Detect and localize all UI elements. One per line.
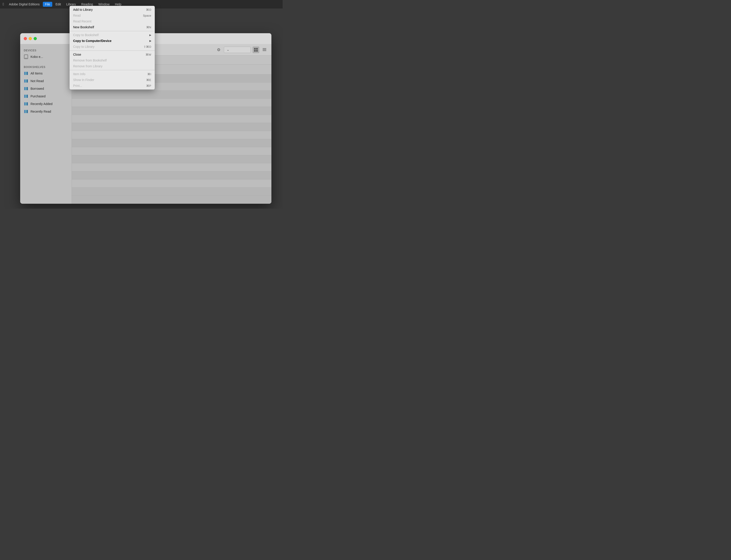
menu-item-copy-to-library[interactable]: Copy to Library ⇧⌘O bbox=[70, 44, 155, 50]
menu-item-item-info[interactable]: Item Info ⌘I bbox=[70, 71, 155, 77]
table-row bbox=[72, 171, 272, 179]
new-bookshelf-shortcut: ⌘N bbox=[146, 26, 151, 29]
devices-section-label: Devices bbox=[20, 48, 72, 53]
borrowed-label: Borrowed bbox=[31, 87, 44, 90]
svg-rect-9 bbox=[26, 87, 26, 90]
svg-rect-8 bbox=[24, 87, 25, 90]
svg-rect-20 bbox=[254, 48, 256, 50]
table-row bbox=[72, 163, 272, 171]
svg-rect-3 bbox=[26, 72, 26, 75]
borrowed-icon bbox=[24, 86, 28, 91]
svg-rect-16 bbox=[27, 102, 28, 105]
kobo-device-icon bbox=[24, 55, 28, 59]
bookshelves-section: Bookshelves All Items bbox=[20, 64, 72, 115]
menu-item-remove-from-library[interactable]: Remove from Library bbox=[70, 63, 155, 69]
sidebar-item-borrowed[interactable]: Borrowed bbox=[20, 85, 72, 92]
close-button[interactable] bbox=[24, 37, 27, 40]
menu-file[interactable]: File bbox=[43, 2, 53, 7]
table-row bbox=[72, 139, 272, 147]
recently-read-label: Recently Read bbox=[31, 110, 51, 113]
menu-app-name[interactable]: Adobe Digital Editions bbox=[7, 2, 42, 7]
menu-item-read[interactable]: Read Space bbox=[70, 13, 155, 18]
remove-from-bookshelf-label: Remove from Bookshelf bbox=[73, 59, 147, 62]
apple-logo-icon:  bbox=[3, 2, 4, 6]
show-in-finder-label: Show In Finder bbox=[73, 78, 142, 82]
svg-rect-5 bbox=[24, 79, 25, 83]
recently-added-label: Recently Added bbox=[31, 102, 53, 106]
print-label: Print... bbox=[73, 84, 142, 87]
item-info-shortcut: ⌘I bbox=[147, 72, 151, 76]
recently-added-icon bbox=[24, 102, 28, 106]
add-to-library-label: Add to Library bbox=[73, 8, 142, 11]
copy-to-computer-arrow: ▶ bbox=[149, 39, 151, 42]
list-view-button[interactable] bbox=[261, 46, 268, 53]
maximize-button[interactable] bbox=[34, 37, 37, 40]
table-row bbox=[72, 131, 272, 139]
add-to-library-shortcut: ⌘O bbox=[146, 8, 151, 11]
menu-item-copy-to-bookshelf[interactable]: Copy to Bookshelf ▶ bbox=[70, 32, 155, 38]
content-area bbox=[72, 74, 272, 204]
svg-rect-26 bbox=[263, 50, 266, 51]
table-row bbox=[72, 107, 272, 115]
menu-edit[interactable]: Edit bbox=[53, 2, 63, 7]
sort-dropdown[interactable]: ⌄ bbox=[224, 47, 251, 53]
menu-item-new-bookshelf[interactable]: New Bookshelf ⌘N bbox=[70, 24, 155, 30]
svg-rect-24 bbox=[263, 48, 266, 49]
svg-rect-10 bbox=[27, 87, 28, 90]
svg-rect-6 bbox=[26, 79, 26, 83]
svg-rect-13 bbox=[27, 95, 28, 98]
close-shortcut: ⌘W bbox=[146, 53, 151, 56]
purchased-label: Purchased bbox=[31, 94, 46, 98]
sidebar-item-purchased[interactable]: Purchased bbox=[20, 92, 72, 100]
svg-rect-18 bbox=[26, 110, 26, 113]
not-read-label: Not Read bbox=[31, 79, 44, 83]
svg-rect-17 bbox=[24, 110, 25, 113]
item-info-label: Item Info bbox=[73, 72, 143, 76]
sidebar-item-not-read[interactable]: Not Read bbox=[20, 77, 72, 85]
read-shortcut: Space bbox=[143, 14, 151, 17]
remove-from-library-label: Remove from Library bbox=[73, 64, 147, 68]
menu-item-read-recent[interactable]: Read Recent bbox=[70, 18, 155, 24]
table-row bbox=[72, 99, 272, 107]
svg-rect-7 bbox=[27, 79, 28, 83]
svg-rect-14 bbox=[24, 102, 25, 105]
copy-to-bookshelf-label: Copy to Bookshelf bbox=[73, 33, 149, 37]
menu-item-print[interactable]: Print... ⌘P bbox=[70, 83, 155, 89]
file-dropdown-menu: Add to Library ⌘O Read Space Read Recent… bbox=[70, 6, 155, 90]
svg-rect-15 bbox=[26, 102, 26, 105]
grid-view-button[interactable] bbox=[253, 46, 259, 53]
svg-rect-2 bbox=[24, 72, 25, 75]
table-row bbox=[72, 155, 272, 163]
menu-item-remove-from-bookshelf[interactable]: Remove from Bookshelf bbox=[70, 57, 155, 63]
svg-rect-23 bbox=[256, 50, 258, 52]
svg-rect-21 bbox=[256, 48, 258, 50]
sort-chevron-icon: ⌄ bbox=[227, 48, 229, 51]
recently-read-icon bbox=[24, 109, 28, 114]
menu-separator-2 bbox=[70, 50, 155, 51]
new-bookshelf-label: New Bookshelf bbox=[73, 25, 142, 29]
read-label: Read bbox=[73, 14, 138, 17]
table-row bbox=[72, 147, 272, 155]
copy-to-computer-label: Copy to Computer/Device bbox=[73, 39, 149, 43]
table-row bbox=[72, 91, 272, 99]
menu-item-add-to-library[interactable]: Add to Library ⌘O bbox=[70, 7, 155, 13]
table-row bbox=[72, 115, 272, 123]
sidebar-item-recently-read[interactable]: Recently Read bbox=[20, 108, 72, 115]
sidebar-item-all-items[interactable]: All Items bbox=[20, 70, 72, 77]
svg-rect-22 bbox=[254, 50, 256, 52]
sidebar-item-recently-added[interactable]: Recently Added bbox=[20, 100, 72, 108]
table-row bbox=[72, 179, 272, 188]
svg-rect-19 bbox=[27, 110, 28, 113]
library-gear-button[interactable]: ⚙︎ bbox=[215, 46, 222, 53]
sidebar: Devices Kobo e... Bookshelves bbox=[20, 44, 72, 204]
minimize-button[interactable] bbox=[29, 37, 32, 40]
table-row bbox=[72, 123, 272, 131]
menu-item-show-in-finder[interactable]: Show In Finder ⌘E bbox=[70, 77, 155, 83]
menu-item-close[interactable]: Close ⌘W bbox=[70, 52, 155, 57]
menu-item-copy-to-computer[interactable]: Copy to Computer/Device ▶ bbox=[70, 38, 155, 44]
menu-separator-1 bbox=[70, 31, 155, 31]
traffic-lights bbox=[24, 37, 37, 40]
svg-rect-25 bbox=[263, 49, 266, 50]
sidebar-item-kobo[interactable]: Kobo e... bbox=[20, 53, 72, 61]
not-read-icon bbox=[24, 79, 28, 83]
